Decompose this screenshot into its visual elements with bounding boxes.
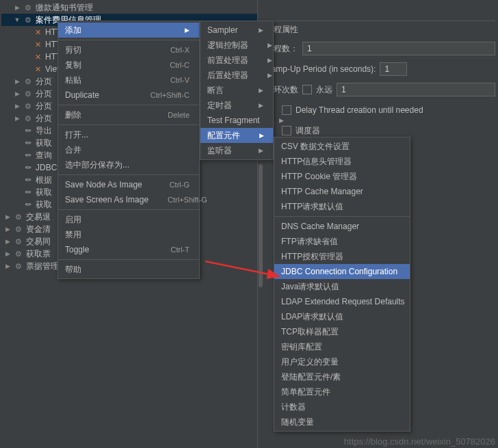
- tree-twisty-icon[interactable]: ▼: [14, 16, 21, 23]
- menu-item[interactable]: DuplicateCtrl+Shift-C: [58, 88, 199, 103]
- tree-twisty-icon[interactable]: ▶: [14, 115, 21, 122]
- tree-twisty-icon[interactable]: ▶: [4, 263, 11, 269]
- loop-input[interactable]: [337, 83, 495, 96]
- tree-twisty-icon[interactable]: ▶: [14, 90, 21, 97]
- menu-item[interactable]: LDAP Extended Request Defaults: [274, 294, 410, 309]
- submenu-arrow-icon: ▶: [259, 147, 263, 154]
- menu-item-label: HTTP信息头管理器: [281, 156, 352, 168]
- menu-item[interactable]: 合并: [58, 142, 199, 157]
- menu-item[interactable]: HTTP Cookie 管理器: [274, 169, 410, 184]
- tools-icon: ✕: [32, 27, 43, 38]
- tree-item-label: 分页: [36, 88, 52, 100]
- menu-item-label: FTP请求缺省值: [281, 236, 338, 248]
- gear-icon: ⚙: [13, 236, 24, 247]
- add-submenu[interactable]: Sampler▶逻辑控制器▶前置处理器▶后置处理器▶断言▶定时器▶Test Fr…: [200, 21, 274, 160]
- menu-item[interactable]: 定时器▶: [200, 98, 273, 113]
- menu-shortcut: Ctrl-C: [170, 61, 189, 69]
- menu-item[interactable]: 添加▶: [58, 23, 199, 38]
- menu-item[interactable]: 监听器▶: [200, 143, 273, 158]
- scheduler-checkbox[interactable]: [282, 126, 291, 135]
- menu-item-label: 选中部分保存为...: [65, 159, 129, 171]
- menu-item[interactable]: CSV 数据文件设置: [274, 139, 410, 154]
- menu-item[interactable]: 剪切Ctrl-X: [58, 42, 199, 57]
- gear-icon: ⚙: [23, 2, 34, 13]
- tree-twisty-icon[interactable]: ▶: [4, 226, 11, 233]
- tree-twisty-icon[interactable]: ▶: [14, 103, 21, 109]
- menu-item[interactable]: 打开...: [58, 127, 199, 142]
- menu-item[interactable]: JDBC Connection Configuration: [274, 264, 410, 279]
- menu-item[interactable]: 禁用: [58, 227, 199, 242]
- menu-item[interactable]: 用户定义的变量: [274, 354, 410, 369]
- menu-item[interactable]: HTTP信息头管理器: [274, 154, 410, 169]
- menu-item[interactable]: ToggleCtrl-T: [58, 242, 199, 257]
- menu-item[interactable]: 删除Delete: [58, 107, 199, 122]
- menu-item-label: CSV 数据文件设置: [281, 141, 350, 153]
- menu-item[interactable]: Test Fragment▶: [200, 113, 273, 128]
- tree-twisty-icon[interactable]: ▶: [4, 238, 11, 245]
- menu-item[interactable]: 简单配置元件: [274, 384, 410, 399]
- menu-item-label: 剪切: [65, 44, 81, 56]
- config-element-submenu[interactable]: CSV 数据文件设置HTTP信息头管理器HTTP Cookie 管理器HTTP …: [274, 137, 410, 432]
- tree-twisty-icon[interactable]: ▶: [4, 213, 11, 220]
- forever-label: 永远: [316, 84, 332, 96]
- menu-item-label: 打开...: [65, 129, 88, 141]
- menu-item[interactable]: 帮助: [58, 262, 199, 277]
- menu-item[interactable]: 断言▶: [200, 83, 273, 98]
- menu-item[interactable]: HTTP请求默认值: [274, 199, 410, 214]
- menu-separator: [274, 216, 410, 217]
- menu-item-label: HTTP Cache Manager: [281, 187, 363, 196]
- menu-item-label: 登陆配置元件/素: [281, 371, 341, 383]
- menu-item[interactable]: TCP取样器配置: [274, 324, 410, 339]
- submenu-arrow-icon: ▶: [259, 102, 263, 109]
- menu-item[interactable]: 后置处理器▶: [200, 68, 273, 83]
- tree-twisty-icon[interactable]: ▶: [14, 78, 21, 85]
- gear-icon: ⚙: [13, 224, 24, 235]
- menu-item[interactable]: Java请求默认值: [274, 279, 410, 294]
- menu-item[interactable]: 登陆配置元件/素: [274, 369, 410, 384]
- context-menu[interactable]: 添加▶剪切Ctrl-X复制Ctrl-C粘贴Ctrl-VDuplicateCtrl…: [57, 21, 200, 279]
- menu-item[interactable]: Sampler▶: [200, 23, 273, 38]
- submenu-arrow-icon: ▶: [185, 27, 189, 34]
- scheduler-label: 调度器: [296, 125, 320, 137]
- menu-separator: [58, 124, 199, 125]
- pencil-icon: ✎: [21, 197, 36, 213]
- menu-item[interactable]: Save Screen As ImageCtrl+Shift-G: [58, 192, 199, 207]
- menu-item[interactable]: 随机变量: [274, 414, 410, 430]
- delay-checkbox[interactable]: [282, 105, 291, 115]
- scrollbar-thumb[interactable]: [259, 164, 263, 287]
- tree-item-label: 分页: [36, 76, 52, 88]
- tree-twisty-icon[interactable]: ▶: [14, 4, 21, 11]
- tree-row[interactable]: ▶⚙缴款通知书管理: [1, 1, 259, 14]
- menu-item[interactable]: 粘贴Ctrl-V: [58, 73, 199, 88]
- threads-input[interactable]: [302, 42, 495, 55]
- submenu-arrow-icon: ▶: [259, 27, 263, 34]
- menu-item[interactable]: FTP请求缺省值: [274, 234, 410, 249]
- menu-item-label: 监听器: [207, 145, 232, 157]
- menu-item-label: TCP取样器配置: [281, 326, 339, 338]
- forever-checkbox[interactable]: [302, 85, 312, 94]
- menu-shortcut: Ctrl-V: [170, 76, 189, 84]
- menu-item[interactable]: 选中部分保存为...: [58, 157, 199, 172]
- menu-item[interactable]: 密钥库配置: [274, 339, 410, 354]
- menu-item[interactable]: 计数器: [274, 399, 410, 414]
- menu-item[interactable]: 配置元件▶: [200, 128, 273, 143]
- tree-item-label: 票据管理: [26, 261, 59, 272]
- menu-item[interactable]: 启用: [58, 212, 199, 227]
- tree-item-label: JDBC: [36, 163, 57, 172]
- rampup-input[interactable]: [380, 62, 407, 76]
- tree-twisty-icon[interactable]: ▶: [4, 250, 11, 257]
- menu-item[interactable]: HTTP授权管理器: [274, 249, 410, 264]
- menu-item-label: Toggle: [65, 245, 89, 254]
- menu-item[interactable]: LDAP请求默认值: [274, 309, 410, 324]
- menu-item[interactable]: 复制Ctrl-C: [58, 57, 199, 73]
- menu-shortcut: Delete: [168, 111, 189, 119]
- menu-item[interactable]: DNS Cache Manager: [274, 219, 410, 234]
- menu-item-label: Java请求默认值: [281, 281, 339, 293]
- tree-item-label: 获取: [36, 137, 52, 149]
- menu-item[interactable]: 逻辑控制器▶: [200, 38, 273, 53]
- menu-item[interactable]: 前置处理器▶: [200, 53, 273, 68]
- menu-separator: [58, 209, 199, 210]
- menu-item[interactable]: Save Node As ImageCtrl-G: [58, 177, 199, 192]
- menu-item[interactable]: HTTP Cache Manager: [274, 184, 410, 199]
- menu-item-label: 随机变量: [281, 417, 314, 428]
